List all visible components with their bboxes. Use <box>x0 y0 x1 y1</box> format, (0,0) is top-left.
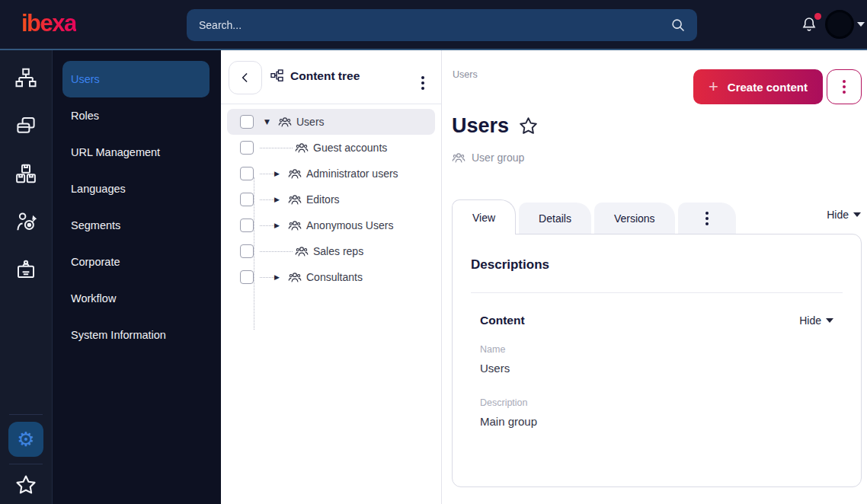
tab-view[interactable]: View <box>452 199 516 234</box>
global-search <box>187 9 697 41</box>
corporate-badge-icon[interactable] <box>12 256 40 283</box>
rail-bottom-section: ⚙ <box>0 414 52 504</box>
field-value: Main group <box>480 415 843 428</box>
settings-gear-button[interactable]: ⚙ <box>8 422 43 457</box>
expand-arrow-icon[interactable]: ▶ <box>274 170 286 177</box>
user-group-icon <box>452 151 465 164</box>
tree-checkbox[interactable] <box>240 141 254 155</box>
tree-checkbox[interactable] <box>240 270 254 284</box>
content-section-heading: Content <box>480 314 525 327</box>
plus-icon: + <box>709 78 718 95</box>
tree-icon <box>270 69 284 83</box>
personalization-icon[interactable] <box>12 208 40 235</box>
sidebar-item-corporate[interactable]: Corporate <box>53 244 221 280</box>
tree-item-users[interactable]: ▼ Users <box>227 109 435 135</box>
collapse-tree-button[interactable] <box>229 61 262 94</box>
page-title: Users <box>452 114 509 138</box>
field-name: Name Users <box>480 344 843 375</box>
tree-item-guest-accounts[interactable]: Guest accounts <box>227 135 435 161</box>
notifications-button[interactable] <box>800 15 820 35</box>
content-tree-list: ▼ Users Guest accounts ▶ Administrator u… <box>221 104 441 290</box>
content-type-label-row: User group <box>452 151 524 164</box>
admin-sidebar: Users Roles URL Management Languages Seg… <box>53 50 221 504</box>
caret-down-icon <box>826 318 833 323</box>
user-group-icon <box>295 141 309 155</box>
content-tree-panel: Content tree ▼ Users Guest accounts ▶ Ad… <box>221 50 442 504</box>
user-group-icon <box>278 115 292 129</box>
field-label: Description <box>480 397 843 408</box>
tree-checkbox[interactable] <box>240 244 254 258</box>
expand-arrow-icon[interactable]: ▼ <box>264 118 276 126</box>
expand-arrow-icon[interactable]: ▶ <box>274 196 286 203</box>
sidebar-item-segments[interactable]: Segments <box>53 207 221 244</box>
tree-item-administrator-users[interactable]: ▶ Administrator users <box>227 161 435 187</box>
user-group-icon <box>288 193 302 206</box>
tree-checkbox[interactable] <box>240 193 254 206</box>
create-content-button[interactable]: + Create content <box>693 69 823 104</box>
expand-arrow-icon[interactable]: ▶ <box>274 273 286 281</box>
sidebar-item-users[interactable]: Users <box>62 61 210 97</box>
ibexa-logo[interactable]: ibexa <box>21 10 76 37</box>
user-menu-caret-icon[interactable] <box>857 22 865 27</box>
product-catalog-icon[interactable] <box>12 160 40 187</box>
descriptions-heading: Descriptions <box>471 257 843 273</box>
notification-badge <box>814 13 821 20</box>
user-group-icon <box>288 270 302 284</box>
divider <box>471 292 843 293</box>
user-group-icon <box>295 244 309 258</box>
caret-down-icon <box>853 212 861 217</box>
tree-checkbox[interactable] <box>240 115 254 129</box>
main-content: Users + Create content Users User group … <box>443 50 867 504</box>
sidebar-item-roles[interactable]: Roles <box>53 97 221 134</box>
tree-item-editors[interactable]: ▶ Editors <box>227 187 435 212</box>
rail-divider <box>9 464 43 464</box>
search-icon[interactable] <box>670 17 686 33</box>
user-avatar[interactable] <box>825 10 854 39</box>
sidebar-item-url-management[interactable]: URL Management <box>53 134 221 171</box>
search-input[interactable] <box>187 9 697 41</box>
hide-toggle[interactable]: Hide <box>827 209 861 221</box>
rail-divider <box>9 414 43 415</box>
sidebar-item-system-information[interactable]: System Information <box>53 317 221 353</box>
tab-details[interactable]: Details <box>519 203 591 234</box>
bookmarks-star-icon[interactable] <box>14 474 37 496</box>
content-tabs: View Details Versions <box>452 199 739 234</box>
tree-checkbox[interactable] <box>240 167 254 180</box>
tree-checkbox[interactable] <box>240 219 254 232</box>
gear-icon: ⚙ <box>17 429 34 449</box>
user-group-icon <box>288 219 302 232</box>
field-label: Name <box>480 344 843 355</box>
top-bar: ibexa <box>0 0 867 50</box>
tree-item-consultants[interactable]: ▶ Consultants <box>227 264 435 290</box>
content-structure-icon[interactable] <box>12 64 40 91</box>
chevron-left-icon <box>238 70 253 85</box>
sidebar-item-workflow[interactable]: Workflow <box>53 280 221 317</box>
tree-options-button[interactable] <box>418 73 427 93</box>
field-description: Description Main group <box>480 397 843 428</box>
favorite-star-icon[interactable] <box>518 116 539 136</box>
content-tree-header: Content tree <box>221 50 441 104</box>
breadcrumb[interactable]: Users <box>453 69 478 80</box>
view-tab-card: Descriptions Content Hide Name Users Des… <box>452 234 862 487</box>
sidebar-item-languages[interactable]: Languages <box>53 171 221 207</box>
kebab-icon <box>840 77 849 97</box>
field-value: Users <box>480 362 843 375</box>
main-icon-rail: ⚙ <box>0 50 53 504</box>
tab-versions[interactable]: Versions <box>594 203 675 234</box>
content-tree-title: Content tree <box>290 69 360 83</box>
expand-arrow-icon[interactable]: ▶ <box>274 222 286 229</box>
tree-item-anonymous-users[interactable]: ▶ Anonymous Users <box>227 212 435 238</box>
tree-item-sales-reps[interactable]: Sales reps <box>227 238 435 264</box>
more-options-button[interactable] <box>827 69 862 104</box>
pages-icon[interactable] <box>12 112 40 139</box>
admin-menu: Users Roles URL Management Languages Seg… <box>53 50 221 353</box>
kebab-icon <box>702 209 712 228</box>
content-hide-toggle[interactable]: Hide <box>799 314 833 327</box>
tab-more[interactable] <box>678 203 736 234</box>
user-group-icon <box>288 167 302 180</box>
